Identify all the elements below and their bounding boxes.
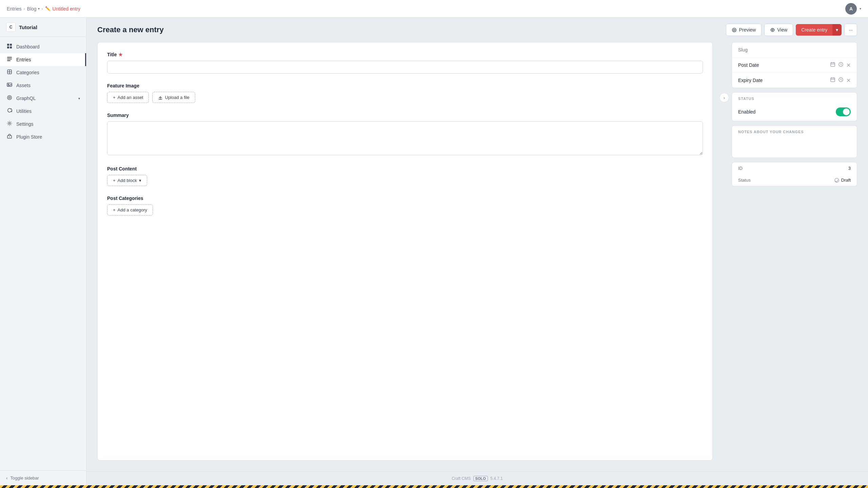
cms-label: Craft CMS xyxy=(452,476,471,481)
chevron-right-icon: › xyxy=(724,95,725,100)
svg-rect-5 xyxy=(7,59,12,59)
sidebar-item-plugin-store[interactable]: Plugin Store xyxy=(0,130,86,143)
sidebar-item-categories-label: Categories xyxy=(16,70,80,75)
slug-dates-card: Post Date ✕ xyxy=(732,42,857,88)
chevron-down-icon: ▾ xyxy=(38,7,40,11)
notes-card: NOTES ABOUT YOUR CHANGES xyxy=(732,125,857,158)
create-entry-dropdown-button[interactable]: ▾ xyxy=(832,24,842,36)
breadcrumb-entries[interactable]: Entries xyxy=(7,6,22,12)
svg-point-14 xyxy=(9,123,11,124)
post-date-clear-icon[interactable]: ✕ xyxy=(846,62,851,68)
content-area: Create a new entry Preview View Create e… xyxy=(86,18,868,485)
content-scroll: Title ★ Feature Image + Add an asset xyxy=(86,42,868,471)
preview-button[interactable]: Preview xyxy=(726,24,762,36)
expiry-calendar-icon[interactable] xyxy=(830,77,835,84)
draft-icon xyxy=(834,178,839,183)
notes-input[interactable] xyxy=(732,136,857,156)
collapse-panel-button[interactable]: › xyxy=(719,93,729,102)
svg-point-11 xyxy=(8,84,9,85)
stripe-bar xyxy=(0,485,868,488)
sidebar-item-utilities[interactable]: Utilities xyxy=(0,105,86,118)
summary-group: Summary xyxy=(107,113,703,157)
post-date-label: Post Date xyxy=(738,62,827,68)
feature-image-label: Feature Image xyxy=(107,83,703,88)
sidebar-item-plugin-store-label: Plugin Store xyxy=(16,134,80,140)
side-panel: Post Date ✕ xyxy=(732,42,857,190)
post-content-label: Post Content xyxy=(107,166,703,171)
title-input[interactable] xyxy=(107,61,703,74)
sidebar-item-settings[interactable]: Settings xyxy=(0,118,86,130)
breadcrumb-current-label: Untitled entry xyxy=(53,6,80,12)
main-layout: C Tutorial Dashboard Entries Categorie xyxy=(0,18,868,485)
sidebar-item-categories[interactable]: Categories xyxy=(0,66,86,79)
enabled-label: Enabled xyxy=(738,109,755,115)
create-entry-group: Create entry ▾ xyxy=(796,24,842,36)
asset-buttons: + Add an asset Upload a file xyxy=(107,92,703,103)
plus-icon-cat: + xyxy=(113,207,116,212)
graphql-icon xyxy=(6,95,13,102)
brand-name: Tutorial xyxy=(19,24,37,30)
dropdown-chevron-icon: ▾ xyxy=(836,27,838,33)
breadcrumb-current: ✏️ Untitled entry xyxy=(45,6,80,12)
breadcrumb-sep-1: › xyxy=(24,6,25,11)
add-category-button[interactable]: + Add a category xyxy=(107,204,153,216)
preview-label: Preview xyxy=(739,27,756,33)
edition-badge: SOLO xyxy=(473,476,488,481)
enabled-toggle[interactable] xyxy=(836,107,851,116)
calendar-icon[interactable] xyxy=(830,62,835,68)
entries-icon xyxy=(6,56,13,63)
form-panel: Title ★ Feature Image + Add an asset xyxy=(97,42,713,461)
plus-icon-block: + xyxy=(113,178,116,183)
toggle-sidebar-label: Toggle sidebar xyxy=(10,475,39,481)
sidebar-item-assets[interactable]: Assets xyxy=(0,79,86,92)
create-entry-button[interactable]: Create entry xyxy=(796,24,833,36)
chevron-down-icon: ▾ xyxy=(78,97,80,100)
svg-point-13 xyxy=(9,97,11,99)
categories-icon xyxy=(6,69,13,76)
sidebar-item-dashboard[interactable]: Dashboard xyxy=(0,40,86,53)
svg-rect-21 xyxy=(831,63,835,66)
add-block-label: Add block xyxy=(118,178,137,183)
side-panel-container: › Post Date xyxy=(719,42,857,461)
sidebar-item-utilities-label: Utilities xyxy=(16,108,80,114)
clock-icon[interactable] xyxy=(838,62,844,68)
view-button[interactable]: View xyxy=(764,24,793,36)
status-card: STATUS Enabled xyxy=(732,92,857,121)
expiry-date-clear-icon[interactable]: ✕ xyxy=(846,77,851,84)
svg-point-17 xyxy=(732,28,736,32)
upload-file-button[interactable]: Upload a file xyxy=(152,92,195,103)
page-title: Create a new entry xyxy=(97,25,164,34)
more-options-button[interactable]: ··· xyxy=(844,24,857,36)
post-date-row: Post Date ✕ xyxy=(738,62,851,68)
post-content-group: Post Content + Add block ▾ xyxy=(107,166,703,186)
status-key-label: Status xyxy=(738,178,751,183)
summary-input[interactable] xyxy=(107,121,703,155)
settings-icon xyxy=(6,121,13,127)
topbar: Entries › Blog ▾ › ✏️ Untitled entry A ▾ xyxy=(0,0,868,18)
add-asset-button[interactable]: + Add an asset xyxy=(107,92,149,103)
add-block-button[interactable]: + Add block ▾ xyxy=(107,175,147,186)
avatar[interactable]: A xyxy=(845,3,857,15)
id-value: 3 xyxy=(848,166,851,171)
grid-icon xyxy=(6,43,13,50)
sidebar-item-graphql[interactable]: GraphQL ▾ xyxy=(0,92,86,105)
sidebar-item-entries[interactable]: Entries xyxy=(0,53,86,66)
svg-rect-4 xyxy=(7,57,12,58)
expiry-clock-icon[interactable] xyxy=(838,77,844,84)
utilities-icon xyxy=(6,108,13,115)
toggle-sidebar-button[interactable]: ‹ Toggle sidebar xyxy=(6,475,80,481)
slug-input[interactable] xyxy=(738,46,851,53)
title-group: Title ★ xyxy=(107,52,703,74)
svg-point-18 xyxy=(734,29,735,31)
svg-rect-2 xyxy=(7,46,9,48)
sidebar-item-settings-label: Settings xyxy=(16,121,80,127)
id-row: ID 3 xyxy=(732,162,857,174)
header-actions: Preview View Create entry ▾ ··· xyxy=(726,24,857,36)
add-category-label: Add a category xyxy=(118,207,147,212)
ellipsis-icon: ··· xyxy=(849,27,853,33)
avatar-chevron-icon[interactable]: ▾ xyxy=(860,7,861,11)
sidebar-brand: C Tutorial xyxy=(0,18,86,37)
breadcrumb-blog[interactable]: Blog ▾ xyxy=(27,6,40,12)
expiry-date-field: Expiry Date ✕ xyxy=(732,73,857,88)
sidebar-item-dashboard-label: Dashboard xyxy=(16,44,80,49)
